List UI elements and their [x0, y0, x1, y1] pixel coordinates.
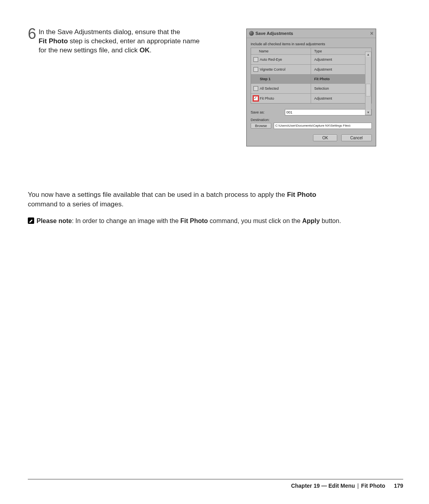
table-row: Vignette Control Adjustment [251, 65, 371, 75]
table-scrollbar[interactable]: ▲ ▼ [365, 52, 371, 115]
cancel-button[interactable]: Cancel [341, 135, 372, 141]
step-bold-ok: OK [139, 46, 150, 54]
note: Please note: In order to change an image… [28, 217, 350, 225]
browse-button[interactable]: Browse [251, 123, 271, 129]
ok-button[interactable]: OK [313, 135, 337, 141]
adjustments-table: Name Type Auto Red-Eye Adjustment Vignet… [251, 48, 372, 104]
table-header: Name Type [251, 48, 371, 55]
step-instruction: In the Save Adjustments dialog, ensure t… [39, 28, 201, 55]
table-row: All Selected Selection [251, 84, 371, 94]
note-t1: : In order to change an image with the [72, 217, 180, 224]
col-type: Type [314, 49, 322, 53]
dialog-title: Save Adjustments [255, 31, 293, 36]
row-name: Step 1 [260, 77, 271, 81]
step-bold-fitphoto: Fit Photo [39, 37, 68, 45]
row-name: All Selected [260, 87, 279, 90]
note-b2: Apply [302, 217, 320, 224]
row-name: Auto Red-Eye [260, 58, 282, 62]
result-paragraph: You now have a settings file available t… [28, 190, 348, 209]
step-number: 6 [28, 26, 36, 41]
save-as-input[interactable]: 001 [285, 109, 372, 115]
dialog-titlebar: Save Adjustments × [247, 29, 376, 38]
save-as-label: Save as: [251, 110, 282, 114]
dialog-hint: Include all checked items in saved adjus… [251, 42, 372, 46]
footer-sep: | [358, 483, 359, 489]
para-pre: You now have a settings file available t… [28, 191, 287, 198]
row-type: Fit Photo [314, 77, 330, 81]
col-name: Name [259, 49, 269, 53]
row-name: Vignette Control [260, 67, 285, 71]
step-text-end: . [150, 46, 152, 54]
destination-input[interactable]: C:\Users\User\Documents\Capture NX\Setti… [274, 123, 372, 129]
table-row: Step 1 Fit Photo [251, 75, 371, 84]
para-post: command to a series of images. [28, 200, 124, 208]
row-type: Adjustment [314, 67, 332, 71]
scroll-thumb[interactable] [366, 84, 371, 96]
table-row: Fit Photo Adjustment [251, 94, 371, 103]
scroll-down-icon[interactable]: ▼ [365, 110, 371, 115]
scroll-up-icon[interactable]: ▲ [365, 52, 371, 57]
para-bold: Fit Photo [287, 191, 316, 198]
destination-label: Destination: [251, 118, 372, 122]
page-footer: Chapter 19 — Edit Menu | Fit Photo 179 [28, 479, 403, 489]
note-icon [28, 217, 34, 224]
checkbox[interactable] [253, 96, 258, 101]
close-icon[interactable]: × [370, 31, 373, 36]
checkbox[interactable] [253, 57, 258, 62]
note-lead: Please note [37, 217, 72, 224]
row-type: Adjustment [314, 58, 332, 62]
app-icon [249, 31, 254, 36]
note-t2: command, you must click on the [208, 217, 302, 224]
row-type: Selection [314, 87, 329, 90]
footer-section: Fit Photo [361, 483, 385, 489]
checkbox[interactable] [253, 86, 258, 91]
save-adjustments-dialog: Save Adjustments × Include all checked i… [246, 29, 376, 146]
row-name: Fit Photo [260, 96, 274, 100]
table-row: Auto Red-Eye Adjustment [251, 55, 371, 65]
row-type: Adjustment [314, 96, 332, 100]
note-b1: Fit Photo [180, 217, 208, 224]
checkbox[interactable] [253, 67, 258, 72]
note-t3: button. [320, 217, 341, 224]
page-number: 179 [394, 483, 403, 489]
footer-chapter: Chapter 19 — Edit Menu [291, 483, 355, 489]
step-text-pre: In the Save Adjustments dialog, ensure t… [39, 28, 180, 36]
